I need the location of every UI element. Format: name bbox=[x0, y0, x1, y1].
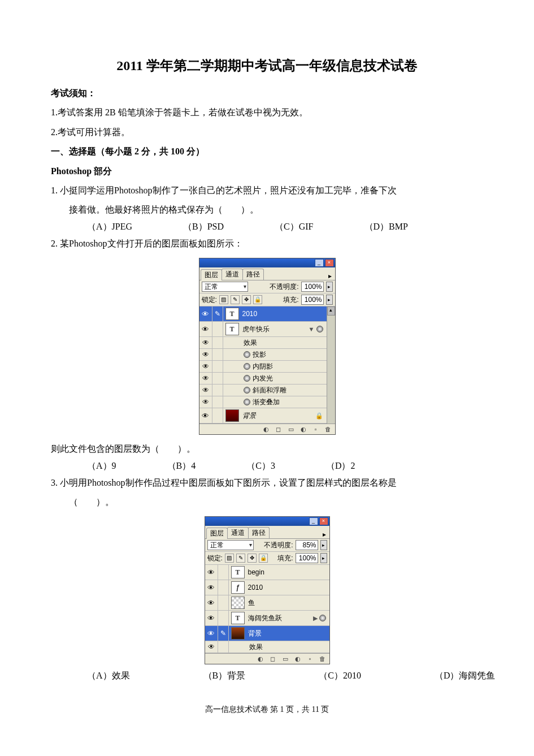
layer-fish[interactable]: 👁 鱼 bbox=[205, 595, 329, 611]
visibility-icon[interactable]: 👁 bbox=[199, 337, 212, 348]
panel-tabs: 图层 通道 路径 ▸ bbox=[205, 526, 329, 539]
visibility-icon[interactable]: 👁 bbox=[205, 641, 218, 653]
question-2-options: （A）9 （B）4 （C）3 （D）2 bbox=[51, 460, 483, 472]
tab-paths[interactable]: 路径 bbox=[242, 269, 264, 280]
lock-all-icon[interactable]: 🔒 bbox=[259, 554, 268, 563]
effect-drop-shadow[interactable]: 👁 投影 bbox=[199, 349, 327, 361]
lock-move-icon[interactable]: ✥ bbox=[248, 554, 257, 563]
layer-name: 2010 bbox=[247, 584, 329, 591]
close-icon[interactable]: × bbox=[319, 517, 328, 525]
minimize-icon[interactable]: _ bbox=[315, 259, 324, 267]
folder-icon[interactable]: ▭ bbox=[286, 425, 296, 433]
visibility-icon[interactable]: 👁 bbox=[205, 626, 218, 641]
layer-sea[interactable]: 👁 T 海阔凭鱼跃 ▶ bbox=[205, 611, 329, 626]
link-cell[interactable] bbox=[218, 565, 229, 580]
minimize-icon[interactable]: _ bbox=[309, 517, 318, 525]
tab-channels[interactable]: 通道 bbox=[222, 269, 243, 280]
layer-name: 2010 bbox=[241, 310, 327, 318]
link-cell[interactable] bbox=[212, 408, 223, 423]
folder-icon[interactable]: ▭ bbox=[281, 655, 290, 663]
layer-begin[interactable]: 👁 T begin bbox=[205, 565, 329, 580]
effect-inner-shadow[interactable]: 👁 内阴影 bbox=[199, 361, 327, 373]
fill-value[interactable]: 100% bbox=[301, 295, 324, 305]
delete-icon[interactable]: 🗑 bbox=[318, 655, 327, 663]
effect-bevel[interactable]: 👁 斜面和浮雕 bbox=[199, 385, 327, 396]
opacity-arrow-icon[interactable]: ▸ bbox=[326, 282, 333, 292]
collapse-effects-icon[interactable]: ▼ bbox=[309, 326, 315, 332]
lock-transparency-icon[interactable]: ▨ bbox=[225, 554, 234, 563]
layer-2010[interactable]: 👁 ƒ 2010 bbox=[205, 580, 329, 595]
visibility-icon[interactable]: 👁 bbox=[205, 565, 218, 580]
mask-icon[interactable]: ◻ bbox=[274, 425, 283, 433]
fill-arrow-icon[interactable]: ▸ bbox=[326, 295, 333, 305]
effect-inner-glow[interactable]: 👁 内发光 bbox=[199, 373, 327, 385]
visibility-icon[interactable]: 👁 bbox=[199, 306, 212, 321]
visibility-icon[interactable]: 👁 bbox=[199, 361, 212, 372]
visibility-icon[interactable]: 👁 bbox=[199, 373, 212, 384]
tab-channels[interactable]: 通道 bbox=[227, 527, 249, 538]
question-1: 1. 小挺同学运用Photoshop制作了一张自己的艺术照片，照片还没有加工完毕… bbox=[51, 182, 483, 199]
opacity-arrow-icon[interactable]: ▸ bbox=[320, 540, 327, 550]
option-a: （A）JPEG bbox=[87, 221, 132, 233]
adjustment-icon[interactable]: ◐ bbox=[293, 655, 302, 663]
tab-layers[interactable]: 图层 bbox=[206, 528, 228, 539]
fill-value[interactable]: 100% bbox=[296, 553, 318, 563]
option-d: （D）BMP bbox=[364, 221, 408, 233]
layer-2010[interactable]: 👁 ✎ T 2010 bbox=[199, 306, 327, 322]
fx-indicator-icon[interactable] bbox=[316, 326, 323, 332]
visibility-icon[interactable]: 👁 bbox=[205, 595, 218, 610]
effects-label: 效果 bbox=[249, 642, 263, 652]
lock-move-icon[interactable]: ✥ bbox=[242, 295, 251, 304]
opacity-value[interactable]: 100% bbox=[301, 282, 324, 292]
question-3-cont: （ ）。 bbox=[51, 494, 483, 511]
delete-icon[interactable]: 🗑 bbox=[324, 425, 333, 433]
visibility-icon[interactable]: 👁 bbox=[199, 408, 212, 423]
layer-background[interactable]: 👁 背景 🔒 bbox=[199, 408, 327, 424]
expand-effects-icon[interactable]: ▶ bbox=[313, 615, 318, 622]
visibility-icon[interactable]: 👁 bbox=[199, 396, 212, 408]
visibility-icon[interactable]: 👁 bbox=[199, 322, 212, 336]
link-cell[interactable] bbox=[218, 580, 229, 595]
blend-mode-select[interactable]: 正常 bbox=[202, 282, 248, 292]
brush-icon[interactable]: ✎ bbox=[218, 626, 229, 641]
link-cell[interactable] bbox=[218, 611, 229, 625]
option-c: （C）2010 bbox=[319, 670, 361, 682]
visibility-icon[interactable]: 👁 bbox=[199, 385, 212, 396]
scrollbar[interactable]: ▴ bbox=[327, 306, 335, 424]
mask-icon[interactable]: ◻ bbox=[268, 655, 277, 663]
new-layer-icon[interactable]: ▫ bbox=[306, 655, 315, 663]
lock-transparency-icon[interactable]: ▨ bbox=[219, 295, 228, 304]
tab-layers[interactable]: 图层 bbox=[201, 269, 222, 280]
link-cell[interactable] bbox=[212, 322, 223, 336]
brush-icon[interactable]: ✎ bbox=[212, 306, 223, 321]
tab-paths[interactable]: 路径 bbox=[248, 527, 270, 538]
lock-paint-icon[interactable]: ✎ bbox=[231, 295, 240, 304]
link-cell[interactable] bbox=[218, 595, 229, 610]
layer-tiger[interactable]: 👁 T 虎年快乐 ▼ bbox=[199, 322, 327, 337]
fill-arrow-icon[interactable]: ▸ bbox=[320, 553, 327, 563]
visibility-icon[interactable]: 👁 bbox=[205, 611, 218, 625]
fx-icon[interactable]: ◐ bbox=[262, 425, 271, 433]
option-a: （A）效果 bbox=[87, 670, 130, 682]
effect-gradient[interactable]: 👁 渐变叠加 bbox=[199, 396, 327, 408]
opacity-value[interactable]: 85% bbox=[296, 540, 318, 550]
layer-background[interactable]: 👁 ✎ 背景 bbox=[205, 626, 329, 641]
option-b: （B）4 bbox=[167, 460, 196, 472]
layer-name: 海阔凭鱼跃 bbox=[247, 614, 313, 623]
new-layer-icon[interactable]: ▫ bbox=[311, 425, 320, 433]
adjustment-icon[interactable]: ◐ bbox=[299, 425, 308, 433]
blend-row: 正常 不透明度: 100% ▸ bbox=[199, 280, 335, 293]
lock-row: 锁定: ▨ ✎ ✥ 🔒 填充: 100% ▸ bbox=[199, 293, 335, 306]
fx-indicator-icon[interactable] bbox=[319, 615, 326, 621]
visibility-icon[interactable]: 👁 bbox=[199, 349, 212, 360]
lock-paint-icon[interactable]: ✎ bbox=[236, 554, 245, 563]
blend-mode-select[interactable]: 正常 bbox=[207, 540, 254, 550]
lock-all-icon[interactable]: 🔒 bbox=[253, 295, 262, 304]
visibility-icon[interactable]: 👁 bbox=[205, 580, 218, 595]
panel-menu-icon[interactable]: ▸ bbox=[320, 530, 328, 538]
panel-menu-icon[interactable]: ▸ bbox=[326, 272, 334, 280]
effect-name: 投影 bbox=[253, 350, 266, 360]
layer-name: 背景 bbox=[247, 629, 329, 638]
fx-icon[interactable]: ◐ bbox=[256, 655, 265, 663]
close-icon[interactable]: × bbox=[325, 259, 334, 267]
